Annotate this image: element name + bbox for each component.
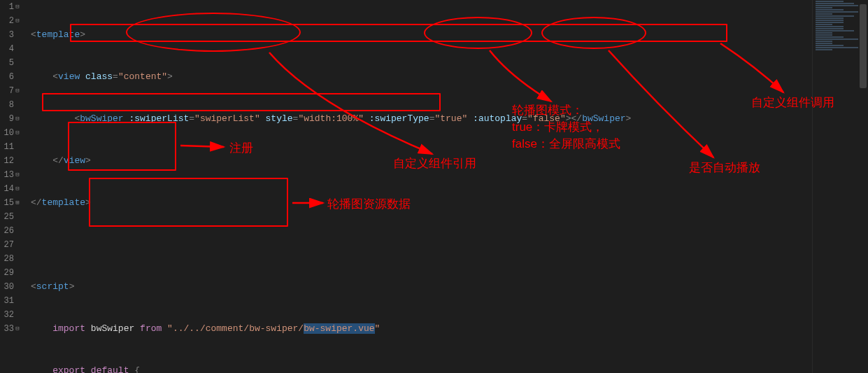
line-number: 14 [0, 182, 14, 196]
line-number: 13 [0, 168, 14, 182]
fold-icon[interactable]: ⊟ [14, 14, 21, 28]
line-number: 5 [0, 56, 14, 70]
code-line [31, 238, 812, 252]
line-number: 25 [0, 210, 14, 224]
line-number: 1 [0, 0, 14, 14]
code-line: <bwSwiper :swiperList="swiperList" style… [31, 112, 812, 126]
code-line: </template> [31, 196, 812, 210]
line-number: 4 [0, 42, 14, 56]
scrollbar[interactable] [858, 0, 868, 373]
line-number: 8 [0, 98, 14, 112]
line-number: 32 [0, 308, 14, 322]
line-number: 2 [0, 14, 14, 28]
line-number: 29 [0, 266, 14, 280]
code-line: <view class="content"> [31, 70, 812, 84]
line-number: 26 [0, 224, 14, 238]
line-number: 30 [0, 280, 14, 294]
line-number: 33 [0, 322, 14, 336]
fold-icon[interactable]: ⊟ [14, 112, 21, 126]
fold-icon[interactable]: ⊟ [14, 126, 21, 140]
fold-icon[interactable]: ⊟ [14, 84, 21, 98]
fold-icon[interactable]: ⊟ [14, 168, 21, 182]
line-number: 7 [0, 84, 14, 98]
scroll-thumb[interactable] [860, 4, 867, 88]
code-area[interactable]: <template> <view class="content"> <bwSwi… [27, 0, 812, 373]
line-number: 28 [0, 252, 14, 266]
line-number: 15 [0, 196, 14, 210]
code-line: import bwSwiper from "../../comment/bw-s… [31, 322, 812, 336]
code-line: </view> [31, 154, 812, 168]
line-number: 11 [0, 140, 14, 154]
code-line: <script> [31, 280, 812, 294]
fold-icon[interactable]: ⊟ [14, 322, 21, 336]
code-editor: 1⊟ 2⊟ 3 4 5 6 7⊟ 8 9⊟ 10⊟ 11 12 13⊟ 14⊟ … [0, 0, 868, 373]
line-number: 12 [0, 154, 14, 168]
fold-icon[interactable]: ⊟ [14, 0, 21, 14]
code-line: <template> [31, 28, 812, 42]
line-number: 27 [0, 238, 14, 252]
gutter: 1⊟ 2⊟ 3 4 5 6 7⊟ 8 9⊟ 10⊟ 11 12 13⊟ 14⊟ … [0, 0, 27, 373]
code-line: export default { [31, 364, 812, 373]
line-number: 6 [0, 70, 14, 84]
line-number: 3 [0, 28, 14, 42]
fold-icon[interactable]: ⊟ [14, 182, 21, 196]
line-number: 9 [0, 112, 14, 126]
line-number: 10 [0, 126, 14, 140]
line-number: 31 [0, 294, 14, 308]
fold-icon[interactable]: ⊞ [14, 196, 21, 210]
